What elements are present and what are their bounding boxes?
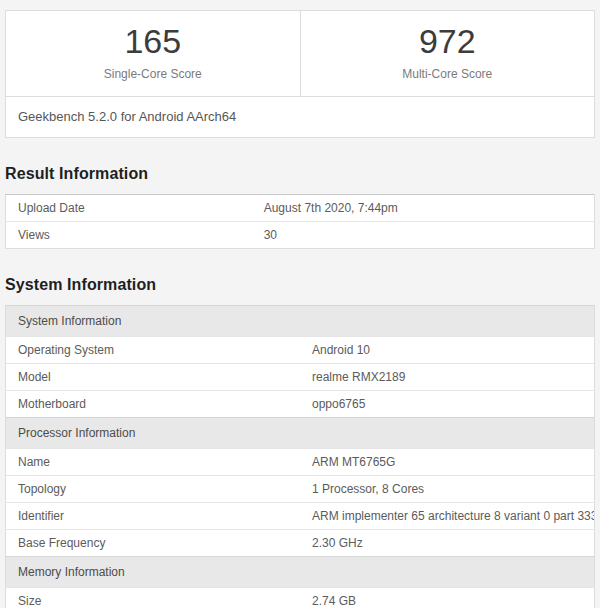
row-label: Motherboard	[6, 391, 301, 418]
single-core-score-value: 165	[6, 22, 300, 61]
result-information-heading: Result Information	[5, 165, 595, 183]
row-label: Operating System	[6, 337, 301, 364]
result-information-table: Upload DateAugust 7th 2020, 7:44pmViews3…	[5, 194, 595, 249]
row-value: Android 10	[300, 337, 595, 364]
system-information-heading: System Information	[5, 276, 595, 294]
multi-core-score-cell: 972 Multi-Core Score	[300, 11, 595, 96]
system-information-table: System InformationOperating SystemAndroi…	[5, 305, 595, 608]
row-value: 2.30 GHz	[300, 530, 595, 557]
table-row: Operating SystemAndroid 10	[6, 337, 595, 364]
row-value: August 7th 2020, 7:44pm	[252, 195, 595, 222]
subheader-label: System Information	[6, 306, 595, 337]
row-value: realme RMX2189	[300, 364, 595, 391]
table-row: Views30	[6, 222, 595, 249]
table-row: Topology1 Processor, 8 Cores	[6, 476, 595, 503]
table-row: Base Frequency2.30 GHz	[6, 530, 595, 557]
table-row: Size2.74 GB	[6, 588, 595, 608]
single-core-score-label: Single-Core Score	[6, 67, 300, 81]
geekbench-result-page: 165 Single-Core Score 972 Multi-Core Sco…	[0, 0, 600, 608]
subheader-label: Processor Information	[6, 418, 595, 449]
table-row: Modelrealme RMX2189	[6, 364, 595, 391]
benchmark-version-note: Geekbench 5.2.0 for Android AArch64	[6, 96, 594, 137]
multi-core-score-label: Multi-Core Score	[301, 67, 595, 81]
row-value: 1 Processor, 8 Cores	[300, 476, 595, 503]
single-core-score-cell: 165 Single-Core Score	[6, 11, 300, 96]
result-information-rows: Upload DateAugust 7th 2020, 7:44pmViews3…	[6, 195, 595, 249]
row-value: 2.74 GB	[300, 588, 595, 608]
row-label: Upload Date	[6, 195, 252, 222]
subheader-label: Memory Information	[6, 557, 595, 588]
score-row: 165 Single-Core Score 972 Multi-Core Sco…	[6, 11, 594, 96]
table-subheader-row: Memory Information	[6, 557, 595, 588]
row-label: Views	[6, 222, 252, 249]
row-label: Base Frequency	[6, 530, 301, 557]
row-value: ARM implementer 65 architecture 8 varian…	[300, 503, 595, 530]
score-card: 165 Single-Core Score 972 Multi-Core Sco…	[5, 10, 595, 138]
table-subheader-row: System Information	[6, 306, 595, 337]
table-row: IdentifierARM implementer 65 architectur…	[6, 503, 595, 530]
table-row: Motherboardoppo6765	[6, 391, 595, 418]
row-label: Model	[6, 364, 301, 391]
table-row: NameARM MT6765G	[6, 449, 595, 476]
table-subheader-row: Processor Information	[6, 418, 595, 449]
row-value: oppo6765	[300, 391, 595, 418]
row-value: 30	[252, 222, 595, 249]
multi-core-score-value: 972	[301, 22, 595, 61]
row-label: Size	[6, 588, 301, 608]
row-label: Identifier	[6, 503, 301, 530]
row-label: Topology	[6, 476, 301, 503]
row-value: ARM MT6765G	[300, 449, 595, 476]
table-row: Upload DateAugust 7th 2020, 7:44pm	[6, 195, 595, 222]
row-label: Name	[6, 449, 301, 476]
system-information-rows: System InformationOperating SystemAndroi…	[6, 306, 595, 608]
